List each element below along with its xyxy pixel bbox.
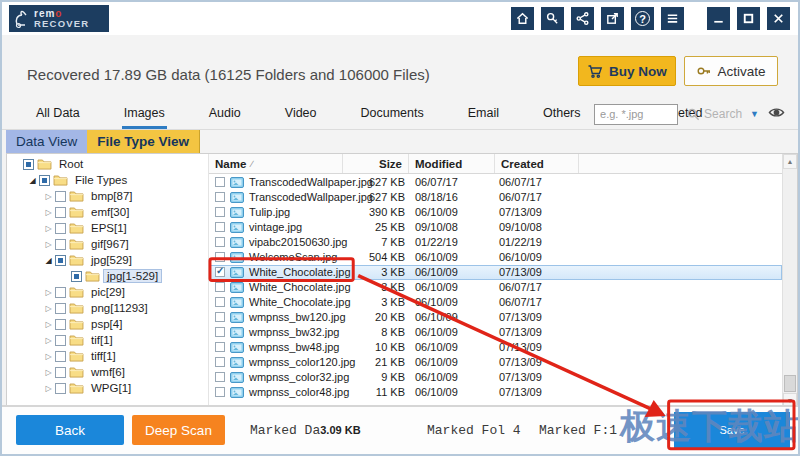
table-row[interactable]: wmpnss_color32.jpg 9 KB 06/10/09 07/13/0… [209, 370, 782, 385]
tree-expand-icon[interactable] [43, 320, 54, 329]
column-header-created[interactable]: Created [495, 154, 579, 173]
table-row[interactable]: vipabc20150630.jpg 7 KB 01/22/19 01/22/1… [209, 235, 782, 250]
tree-item[interactable]: jpg[1-529] [7, 268, 208, 284]
row-checkbox[interactable] [215, 297, 225, 307]
data-type-tab[interactable]: Documents [359, 99, 426, 129]
tree-item[interactable]: psp[4] [7, 316, 208, 332]
scrollbar-thumb[interactable] [784, 375, 796, 392]
row-checkbox[interactable] [215, 357, 225, 367]
tree-item[interactable]: tiff[1] [7, 348, 208, 364]
share-button[interactable] [571, 7, 594, 30]
tree-expand-icon[interactable] [43, 192, 54, 201]
table-row[interactable]: TranscodedWallpaper.jpg 627 KB 06/07/17 … [209, 175, 782, 190]
table-row[interactable]: wmpnss_color120.jpg 21 KB 06/10/09 07/13… [209, 355, 782, 370]
tree-checkbox[interactable] [55, 255, 66, 266]
table-row[interactable]: wmpnss_bw32.jpg 8 KB 06/10/09 07/13/09 [209, 325, 782, 340]
tree-item[interactable]: jpg[529] [7, 252, 208, 268]
table-row[interactable]: White_Chocolate.jpg 3 KB 06/10/09 07/13/… [209, 265, 782, 280]
tree-item[interactable]: tif[1] [7, 332, 208, 348]
tree-checkbox[interactable] [55, 239, 66, 250]
tree-item[interactable]: File Types [7, 172, 208, 188]
search-input[interactable] [594, 104, 678, 125]
table-row[interactable]: TranscodedWallpaper.jpg 627 KB 08/18/16 … [209, 190, 782, 205]
deep-scan-button[interactable]: Deep Scan [132, 415, 225, 445]
row-checkbox[interactable] [215, 342, 225, 352]
table-row[interactable]: wmpnss_bw48.jpg 10 KB 06/10/09 07/13/09 [209, 340, 782, 355]
data-type-tab[interactable]: Audio [207, 99, 243, 129]
table-row[interactable]: White_Chocolate.jpg 3 KB 06/10/09 06/07/… [209, 280, 782, 295]
row-checkbox[interactable] [215, 222, 225, 232]
tree-expand-icon[interactable] [43, 352, 54, 361]
tab-file-type-view[interactable]: File Type View [87, 130, 200, 153]
tree-checkbox[interactable] [55, 367, 66, 378]
help-button[interactable]: ? [631, 7, 654, 30]
tree-expand-icon[interactable] [43, 288, 54, 297]
data-type-tab[interactable]: All Data [34, 99, 82, 129]
tree-item[interactable]: WPG[1] [7, 380, 208, 396]
tree-checkbox[interactable] [55, 335, 66, 346]
tree-expand-icon[interactable] [43, 368, 54, 377]
data-type-tab[interactable]: Video [283, 99, 319, 129]
minimize-button[interactable] [707, 7, 730, 30]
row-checkbox[interactable] [215, 252, 225, 262]
table-row[interactable]: wmpnss_bw120.jpg 20 KB 06/10/09 07/13/09 [209, 310, 782, 325]
table-row[interactable]: Tulip.jpg 390 KB 06/10/09 07/13/09 [209, 205, 782, 220]
tree-expand-icon[interactable] [27, 176, 38, 185]
table-row[interactable]: WelcomeScan.jpg 504 KB 06/10/09 06/10/09 [209, 250, 782, 265]
row-checkbox[interactable] [215, 267, 225, 277]
row-checkbox[interactable] [215, 207, 225, 217]
preview-toggle[interactable] [767, 105, 786, 123]
tree-expand-icon[interactable] [43, 304, 54, 313]
vertical-scrollbar[interactable]: ▲ ▼ [782, 154, 797, 408]
close-button[interactable] [767, 7, 790, 30]
row-checkbox[interactable] [215, 282, 225, 292]
tree-expand-icon[interactable] [43, 208, 54, 217]
search-button[interactable]: Search [686, 107, 742, 122]
tree-checkbox[interactable] [55, 319, 66, 330]
data-type-tab[interactable]: Images [122, 99, 167, 129]
tree-expand-icon[interactable] [43, 384, 54, 393]
tree-checkbox[interactable] [71, 271, 82, 282]
tree-item[interactable]: png[11293] [7, 300, 208, 316]
row-checkbox[interactable] [215, 387, 225, 397]
activate-button[interactable]: Activate [684, 56, 778, 86]
tree-checkbox[interactable] [55, 223, 66, 234]
tree-checkbox[interactable] [55, 191, 66, 202]
tree-checkbox[interactable] [55, 207, 66, 218]
key-button[interactable] [541, 7, 564, 30]
maximize-button[interactable] [737, 7, 760, 30]
row-checkbox[interactable] [215, 192, 225, 202]
row-checkbox[interactable] [215, 327, 225, 337]
tree-item[interactable]: pic[29] [7, 284, 208, 300]
table-row[interactable]: White_Chocolate.jpg 3 KB 06/10/09 06/07/… [209, 295, 782, 310]
save-button[interactable]: Save [674, 412, 790, 448]
data-type-tab[interactable]: Others [541, 99, 583, 129]
tree-item[interactable]: EPS[1] [7, 220, 208, 236]
row-checkbox[interactable] [215, 312, 225, 322]
home-button[interactable] [511, 7, 534, 30]
tree-item[interactable]: gif[967] [7, 236, 208, 252]
buy-now-button[interactable]: Buy Now [578, 56, 676, 86]
tree-item[interactable]: Root [7, 156, 208, 172]
search-dropdown-icon[interactable]: ▼ [750, 109, 759, 119]
row-checkbox[interactable] [215, 372, 225, 382]
tree-checkbox[interactable] [55, 383, 66, 394]
open-button[interactable] [601, 7, 624, 30]
row-checkbox[interactable] [215, 237, 225, 247]
back-button[interactable]: Back [16, 415, 124, 445]
tree-checkbox[interactable] [55, 303, 66, 314]
tab-data-view[interactable]: Data View [6, 130, 87, 153]
row-checkbox[interactable] [215, 177, 225, 187]
column-header-modified[interactable]: Modified [409, 154, 495, 173]
tree-expand-icon[interactable] [43, 256, 54, 265]
column-header-size[interactable]: Size [343, 154, 409, 173]
column-header-name[interactable]: Name∕ [209, 154, 343, 173]
data-type-tab[interactable]: Email [466, 99, 501, 129]
menu-button[interactable] [661, 7, 684, 30]
tree-expand-icon[interactable] [43, 224, 54, 233]
table-row[interactable]: wmpnss_color48.jpg 11 KB 06/10/09 07/13/… [209, 385, 782, 400]
tree-item[interactable]: emf[30] [7, 204, 208, 220]
tree-checkbox[interactable] [55, 351, 66, 362]
tree-item[interactable]: bmp[87] [7, 188, 208, 204]
table-row[interactable]: vintage.jpg 25 KB 09/10/08 09/10/08 [209, 220, 782, 235]
